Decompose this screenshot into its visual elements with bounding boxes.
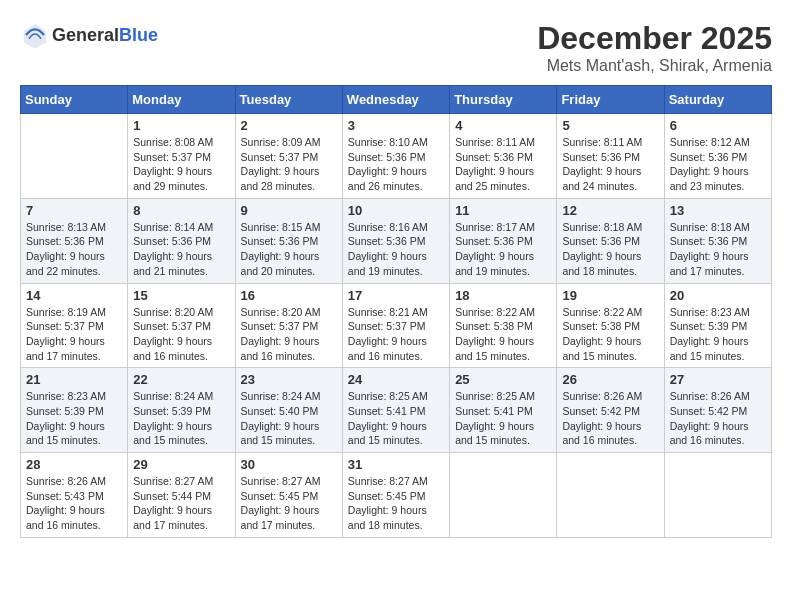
- day-detail: Sunrise: 8:24 AMSunset: 5:39 PMDaylight:…: [133, 389, 229, 448]
- calendar-cell: 18Sunrise: 8:22 AMSunset: 5:38 PMDayligh…: [450, 283, 557, 368]
- day-number: 21: [26, 372, 122, 387]
- calendar-cell: 29Sunrise: 8:27 AMSunset: 5:44 PMDayligh…: [128, 453, 235, 538]
- calendar-cell: [664, 453, 771, 538]
- day-detail: Sunrise: 8:26 AMSunset: 5:42 PMDaylight:…: [670, 389, 766, 448]
- day-number: 14: [26, 288, 122, 303]
- logo: GeneralBlue: [20, 20, 158, 50]
- day-detail: Sunrise: 8:27 AMSunset: 5:45 PMDaylight:…: [241, 474, 337, 533]
- header-day-saturday: Saturday: [664, 86, 771, 114]
- day-number: 24: [348, 372, 444, 387]
- day-detail: Sunrise: 8:11 AMSunset: 5:36 PMDaylight:…: [562, 135, 658, 194]
- calendar-cell: 9Sunrise: 8:15 AMSunset: 5:36 PMDaylight…: [235, 198, 342, 283]
- day-detail: Sunrise: 8:23 AMSunset: 5:39 PMDaylight:…: [26, 389, 122, 448]
- calendar-cell: 20Sunrise: 8:23 AMSunset: 5:39 PMDayligh…: [664, 283, 771, 368]
- day-detail: Sunrise: 8:20 AMSunset: 5:37 PMDaylight:…: [241, 305, 337, 364]
- day-detail: Sunrise: 8:18 AMSunset: 5:36 PMDaylight:…: [562, 220, 658, 279]
- day-detail: Sunrise: 8:09 AMSunset: 5:37 PMDaylight:…: [241, 135, 337, 194]
- day-number: 3: [348, 118, 444, 133]
- week-row-4: 21Sunrise: 8:23 AMSunset: 5:39 PMDayligh…: [21, 368, 772, 453]
- week-row-1: 1Sunrise: 8:08 AMSunset: 5:37 PMDaylight…: [21, 114, 772, 199]
- day-detail: Sunrise: 8:26 AMSunset: 5:43 PMDaylight:…: [26, 474, 122, 533]
- calendar-cell: [557, 453, 664, 538]
- day-number: 18: [455, 288, 551, 303]
- calendar-cell: 1Sunrise: 8:08 AMSunset: 5:37 PMDaylight…: [128, 114, 235, 199]
- calendar-cell: [450, 453, 557, 538]
- day-number: 4: [455, 118, 551, 133]
- day-detail: Sunrise: 8:23 AMSunset: 5:39 PMDaylight:…: [670, 305, 766, 364]
- day-detail: Sunrise: 8:18 AMSunset: 5:36 PMDaylight:…: [670, 220, 766, 279]
- calendar-cell: 10Sunrise: 8:16 AMSunset: 5:36 PMDayligh…: [342, 198, 449, 283]
- calendar-cell: [21, 114, 128, 199]
- calendar-cell: 5Sunrise: 8:11 AMSunset: 5:36 PMDaylight…: [557, 114, 664, 199]
- calendar-cell: 30Sunrise: 8:27 AMSunset: 5:45 PMDayligh…: [235, 453, 342, 538]
- logo-text: GeneralBlue: [52, 25, 158, 46]
- calendar-cell: 15Sunrise: 8:20 AMSunset: 5:37 PMDayligh…: [128, 283, 235, 368]
- day-number: 12: [562, 203, 658, 218]
- calendar-cell: 14Sunrise: 8:19 AMSunset: 5:37 PMDayligh…: [21, 283, 128, 368]
- title-area: December 2025 Mets Mant'ash, Shirak, Arm…: [537, 20, 772, 75]
- calendar-cell: 6Sunrise: 8:12 AMSunset: 5:36 PMDaylight…: [664, 114, 771, 199]
- day-number: 2: [241, 118, 337, 133]
- day-number: 5: [562, 118, 658, 133]
- day-number: 7: [26, 203, 122, 218]
- calendar-cell: 23Sunrise: 8:24 AMSunset: 5:40 PMDayligh…: [235, 368, 342, 453]
- logo-icon: [20, 20, 50, 50]
- week-row-2: 7Sunrise: 8:13 AMSunset: 5:36 PMDaylight…: [21, 198, 772, 283]
- day-number: 19: [562, 288, 658, 303]
- calendar-body: 1Sunrise: 8:08 AMSunset: 5:37 PMDaylight…: [21, 114, 772, 538]
- calendar-cell: 12Sunrise: 8:18 AMSunset: 5:36 PMDayligh…: [557, 198, 664, 283]
- day-detail: Sunrise: 8:15 AMSunset: 5:36 PMDaylight:…: [241, 220, 337, 279]
- day-number: 26: [562, 372, 658, 387]
- svg-marker-0: [24, 24, 47, 49]
- calendar-cell: 25Sunrise: 8:25 AMSunset: 5:41 PMDayligh…: [450, 368, 557, 453]
- header-day-monday: Monday: [128, 86, 235, 114]
- day-number: 10: [348, 203, 444, 218]
- day-detail: Sunrise: 8:20 AMSunset: 5:37 PMDaylight:…: [133, 305, 229, 364]
- day-number: 17: [348, 288, 444, 303]
- header-day-friday: Friday: [557, 86, 664, 114]
- day-number: 29: [133, 457, 229, 472]
- calendar-cell: 11Sunrise: 8:17 AMSunset: 5:36 PMDayligh…: [450, 198, 557, 283]
- day-number: 15: [133, 288, 229, 303]
- day-number: 1: [133, 118, 229, 133]
- calendar-cell: 19Sunrise: 8:22 AMSunset: 5:38 PMDayligh…: [557, 283, 664, 368]
- day-detail: Sunrise: 8:11 AMSunset: 5:36 PMDaylight:…: [455, 135, 551, 194]
- day-detail: Sunrise: 8:08 AMSunset: 5:37 PMDaylight:…: [133, 135, 229, 194]
- calendar-header: SundayMondayTuesdayWednesdayThursdayFrid…: [21, 86, 772, 114]
- day-detail: Sunrise: 8:14 AMSunset: 5:36 PMDaylight:…: [133, 220, 229, 279]
- subtitle: Mets Mant'ash, Shirak, Armenia: [537, 57, 772, 75]
- day-detail: Sunrise: 8:21 AMSunset: 5:37 PMDaylight:…: [348, 305, 444, 364]
- day-detail: Sunrise: 8:27 AMSunset: 5:44 PMDaylight:…: [133, 474, 229, 533]
- week-row-3: 14Sunrise: 8:19 AMSunset: 5:37 PMDayligh…: [21, 283, 772, 368]
- day-number: 13: [670, 203, 766, 218]
- day-number: 30: [241, 457, 337, 472]
- calendar-cell: 7Sunrise: 8:13 AMSunset: 5:36 PMDaylight…: [21, 198, 128, 283]
- day-detail: Sunrise: 8:10 AMSunset: 5:36 PMDaylight:…: [348, 135, 444, 194]
- header-day-tuesday: Tuesday: [235, 86, 342, 114]
- calendar-cell: 26Sunrise: 8:26 AMSunset: 5:42 PMDayligh…: [557, 368, 664, 453]
- calendar-cell: 27Sunrise: 8:26 AMSunset: 5:42 PMDayligh…: [664, 368, 771, 453]
- calendar-cell: 16Sunrise: 8:20 AMSunset: 5:37 PMDayligh…: [235, 283, 342, 368]
- day-number: 16: [241, 288, 337, 303]
- day-detail: Sunrise: 8:12 AMSunset: 5:36 PMDaylight:…: [670, 135, 766, 194]
- calendar-cell: 3Sunrise: 8:10 AMSunset: 5:36 PMDaylight…: [342, 114, 449, 199]
- header-row: SundayMondayTuesdayWednesdayThursdayFrid…: [21, 86, 772, 114]
- header-day-sunday: Sunday: [21, 86, 128, 114]
- day-detail: Sunrise: 8:22 AMSunset: 5:38 PMDaylight:…: [455, 305, 551, 364]
- day-number: 25: [455, 372, 551, 387]
- header: GeneralBlue December 2025 Mets Mant'ash,…: [20, 20, 772, 75]
- day-number: 11: [455, 203, 551, 218]
- day-detail: Sunrise: 8:26 AMSunset: 5:42 PMDaylight:…: [562, 389, 658, 448]
- header-day-wednesday: Wednesday: [342, 86, 449, 114]
- day-detail: Sunrise: 8:17 AMSunset: 5:36 PMDaylight:…: [455, 220, 551, 279]
- day-number: 8: [133, 203, 229, 218]
- calendar-cell: 2Sunrise: 8:09 AMSunset: 5:37 PMDaylight…: [235, 114, 342, 199]
- day-number: 28: [26, 457, 122, 472]
- calendar: SundayMondayTuesdayWednesdayThursdayFrid…: [20, 85, 772, 538]
- day-detail: Sunrise: 8:13 AMSunset: 5:36 PMDaylight:…: [26, 220, 122, 279]
- calendar-cell: 22Sunrise: 8:24 AMSunset: 5:39 PMDayligh…: [128, 368, 235, 453]
- calendar-cell: 8Sunrise: 8:14 AMSunset: 5:36 PMDaylight…: [128, 198, 235, 283]
- day-detail: Sunrise: 8:24 AMSunset: 5:40 PMDaylight:…: [241, 389, 337, 448]
- day-number: 6: [670, 118, 766, 133]
- day-number: 22: [133, 372, 229, 387]
